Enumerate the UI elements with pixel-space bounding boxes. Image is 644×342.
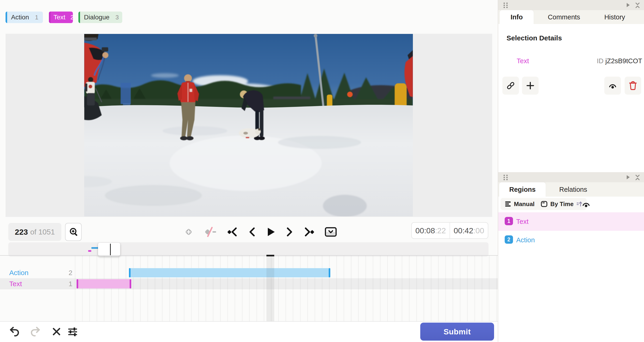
right-sidebar: Info Comments History Selection Details … — [498, 0, 644, 342]
tab-relations[interactable]: Relations — [554, 182, 593, 197]
play-button[interactable] — [266, 226, 276, 237]
label-button-dialogue[interactable]: Dialogue 3 — [78, 12, 122, 23]
details-tabstrip: Info Comments History — [498, 10, 644, 24]
toggle-interpolation-button[interactable] — [204, 227, 217, 237]
region-bar-text[interactable] — [76, 279, 131, 288]
next-frame-button[interactable] — [286, 226, 294, 237]
main-area: Action 1 Text 2 Dialogue 3 — [0, 0, 498, 342]
detach-panel-icon[interactable] — [626, 175, 630, 180]
time-display: 00:08:22 00:42:00 — [411, 222, 488, 239]
track-label: Text — [9, 278, 22, 289]
toggle-all-regions-visibility-button[interactable] — [582, 200, 590, 209]
sort-by-time-button[interactable]: By Time — [536, 198, 586, 210]
label-color-bar — [78, 12, 80, 23]
regions-panel-header[interactable] — [498, 172, 644, 182]
track-label: Action — [9, 267, 28, 278]
region-label: Text — [516, 212, 528, 231]
zoom-in-icon — [69, 227, 78, 236]
redo-button[interactable] — [30, 326, 40, 337]
play-icon — [266, 226, 276, 237]
hide-region-button[interactable] — [604, 77, 621, 95]
drag-handle-icon[interactable] — [503, 2, 509, 9]
selection-details-panel: Selection Details Text ID jZ2sB9tCOT — [498, 24, 644, 172]
selected-region-label: Text — [517, 57, 529, 65]
settings-button[interactable] — [67, 326, 78, 337]
next-keyframe-icon — [304, 226, 315, 237]
seek-segment-text — [88, 250, 91, 252]
regions-tabstrip: Regions Relations — [498, 182, 644, 197]
region-list-item-action[interactable]: 2 Action — [498, 231, 644, 249]
region-index-badge: 2 — [505, 235, 513, 244]
video-frame[interactable] — [84, 34, 413, 216]
plus-icon — [526, 82, 534, 90]
undo-icon — [10, 326, 20, 337]
tab-comments[interactable]: Comments — [544, 10, 584, 24]
sort-direction-icon — [576, 201, 582, 207]
tab-info[interactable]: Info — [500, 10, 534, 24]
sort-manual-button[interactable]: Manual — [500, 198, 539, 210]
seek-bar[interactable] — [8, 242, 488, 257]
regions-panel: Manual By Time 1 Text — [498, 197, 644, 342]
close-icon — [52, 326, 62, 337]
next-frame-icon — [286, 226, 294, 237]
label-color-bar — [49, 12, 50, 23]
region-bar-end-handle — [329, 268, 330, 277]
submit-button[interactable]: Submit — [420, 323, 494, 340]
link-region-button[interactable] — [502, 77, 519, 95]
tab-history[interactable]: History — [598, 10, 632, 24]
total-frames: of 1051 — [30, 228, 55, 236]
details-panel-header[interactable] — [498, 0, 644, 10]
next-keyframe-button[interactable] — [304, 226, 315, 237]
previous-frame-button[interactable] — [248, 226, 256, 237]
previous-keyframe-button[interactable] — [227, 226, 238, 237]
collapse-timeline-button[interactable] — [324, 227, 337, 237]
add-relation-button[interactable] — [522, 77, 538, 95]
label-hotkey: 1 — [35, 14, 38, 21]
prev-keyframe-icon — [227, 226, 238, 237]
undo-button[interactable] — [9, 326, 20, 337]
delete-region-button[interactable] — [624, 77, 641, 95]
keyframe-toggle-icon — [204, 227, 217, 237]
region-list-item-text[interactable]: 1 Text — [498, 212, 644, 231]
transport-controls — [183, 223, 337, 241]
region-bar-action[interactable] — [129, 268, 330, 277]
reset-annotation-button[interactable] — [51, 326, 62, 337]
seek-viewport-window[interactable] — [98, 243, 120, 256]
visibility-eye-icon — [582, 200, 590, 208]
settings-sliders-icon — [67, 326, 78, 337]
label-button-action[interactable]: Action 1 — [6, 12, 43, 23]
region-index-badge: 1 — [505, 217, 513, 225]
label-hotkey: 2 — [70, 14, 73, 21]
label-button-text[interactable]: Text 2 — [49, 12, 73, 23]
redo-icon — [30, 326, 40, 337]
total-time: 00:42:00 — [450, 223, 488, 238]
drag-handle-icon[interactable] — [503, 174, 509, 181]
label-name: Text — [54, 14, 65, 21]
collapse-panel-icon[interactable] — [635, 174, 640, 181]
label-color-bar — [6, 12, 7, 23]
trash-icon — [629, 81, 637, 90]
timeline-grid[interactable] — [75, 256, 498, 321]
region-label: Action — [516, 231, 535, 249]
current-time: 00:08:22 — [412, 223, 450, 238]
label-name: Action — [11, 14, 29, 21]
prev-frame-icon — [248, 226, 256, 237]
region-bar-start-handle — [129, 268, 130, 277]
current-frame: 223 — [15, 227, 28, 236]
visibility-eye-icon — [608, 82, 617, 90]
manual-order-icon — [505, 201, 511, 207]
collapse-panel-icon[interactable] — [635, 2, 640, 9]
detach-panel-icon[interactable] — [626, 3, 630, 8]
track-count: 2 — [64, 267, 72, 278]
video-workspace — [6, 34, 492, 217]
frame-counter[interactable]: 223 of 1051 — [8, 223, 61, 241]
timeline-zoom-button[interactable] — [65, 223, 82, 241]
add-keyframe-button[interactable] — [183, 227, 194, 237]
seek-playhead-line — [110, 244, 111, 255]
label-hotkey: 3 — [116, 14, 119, 21]
tab-regions[interactable]: Regions — [499, 182, 546, 197]
by-time-icon — [541, 201, 548, 207]
selected-region-id: ID jZ2sB9tCOT — [597, 57, 642, 65]
region-bar-end-handle — [130, 279, 131, 288]
timeline-playhead[interactable] — [266, 256, 274, 321]
